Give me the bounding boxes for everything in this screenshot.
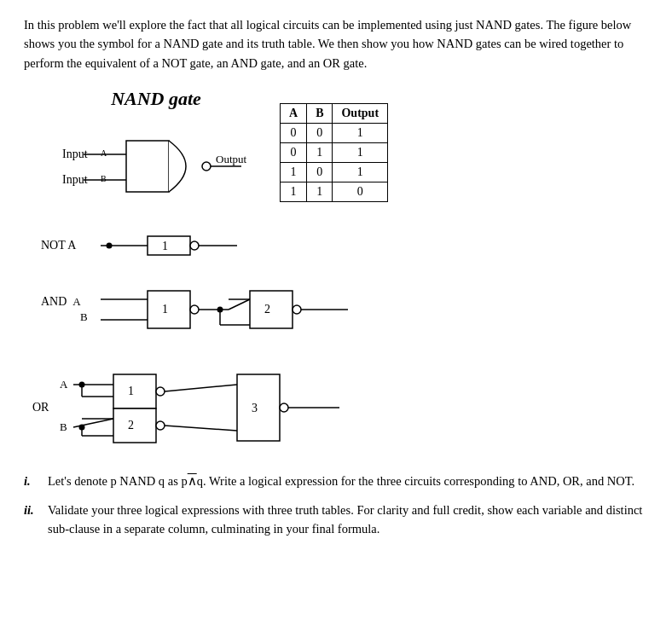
svg-text:2: 2 [264, 303, 270, 316]
svg-rect-28 [250, 291, 293, 328]
svg-line-26 [229, 299, 250, 310]
truth-table-cell: 0 [307, 124, 333, 143]
svg-rect-47 [113, 408, 156, 443]
and-label: AND A B [41, 295, 101, 324]
and-circuit-row: AND A B 1 2 [41, 284, 648, 335]
truth-table-cell: 1 [281, 182, 307, 202]
truth-table-cell: 1 [333, 143, 388, 163]
svg-text:A: A [60, 378, 68, 391]
svg-point-14 [190, 241, 199, 250]
svg-rect-51 [237, 374, 280, 441]
svg-text:Output: Output [216, 153, 247, 165]
svg-text:B: B [101, 174, 107, 183]
col-header-b: B [307, 104, 333, 124]
and-gate-diagram: 1 2 [101, 284, 391, 335]
or-gate-diagram: A B 1 2 [58, 361, 416, 455]
intro-paragraph: In this problem we'll explore the fact t… [24, 15, 648, 72]
svg-point-53 [280, 403, 288, 412]
truth-table-cell: 0 [281, 124, 307, 143]
question-i: i. Let's denote p NAND q as p∧q. Write a… [24, 472, 648, 491]
svg-text:Input: Input [62, 148, 88, 160]
svg-point-49 [156, 421, 165, 430]
svg-point-3 [202, 162, 211, 171]
question-ii-text: Validate your three logical expressions … [48, 501, 648, 539]
truth-table-cell: 1 [307, 182, 333, 202]
question-i-text: Let's denote p NAND q as p∧q. Write a lo… [48, 472, 648, 490]
circuits-section: NOT A 1 AND A B 1 [24, 224, 648, 455]
svg-rect-18 [148, 291, 190, 328]
svg-text:A: A [101, 148, 107, 158]
svg-text:1: 1 [162, 303, 168, 316]
svg-rect-12 [148, 236, 190, 255]
truth-table-cell: 0 [333, 182, 388, 202]
question-ii-label: ii. [24, 501, 43, 520]
svg-text:1: 1 [128, 385, 134, 397]
truth-table-cell: 1 [333, 124, 388, 143]
questions-section: i. Let's denote p NAND q as p∧q. Write a… [24, 472, 648, 538]
diagram-area: NAND gate Input A Input B Output [24, 88, 648, 216]
truth-table-cell: 0 [281, 143, 307, 163]
svg-rect-38 [113, 374, 156, 408]
question-i-label: i. [24, 472, 43, 491]
not-circuit-row: NOT A 1 [41, 224, 648, 267]
svg-text:2: 2 [128, 419, 134, 432]
svg-point-20 [190, 305, 199, 314]
nand-gate-section: NAND gate Input A Input B Output [58, 88, 254, 216]
svg-line-50 [165, 426, 237, 431]
truth-table-cell: 1 [333, 163, 388, 182]
col-header-output: Output [333, 104, 388, 124]
svg-point-40 [156, 387, 165, 396]
svg-line-41 [165, 385, 237, 391]
question-ii: ii. Validate your three logical expressi… [24, 501, 648, 539]
col-header-a: A [281, 104, 307, 124]
truth-table-cell: 1 [307, 143, 333, 163]
svg-rect-2 [126, 141, 169, 192]
svg-point-30 [293, 305, 301, 314]
not-label: NOT A [41, 239, 101, 252]
truth-table-container: A B Output 001011101110 [280, 96, 388, 202]
nand-gate-symbol: Input A Input B Output [58, 122, 254, 216]
svg-text:1: 1 [162, 240, 168, 252]
truth-table-cell: 1 [281, 163, 307, 182]
or-circuit-row: OR A B 1 2 [32, 361, 648, 455]
svg-text:Input: Input [62, 173, 88, 186]
svg-text:3: 3 [252, 402, 258, 414]
truth-table-cell: 0 [307, 163, 333, 182]
svg-point-11 [107, 243, 113, 249]
truth-table: A B Output 001011101110 [280, 103, 388, 202]
svg-text:B: B [60, 420, 67, 433]
not-gate-diagram: 1 [101, 224, 339, 267]
or-label: OR [32, 401, 58, 414]
nand-gate-title: NAND gate [111, 88, 201, 110]
